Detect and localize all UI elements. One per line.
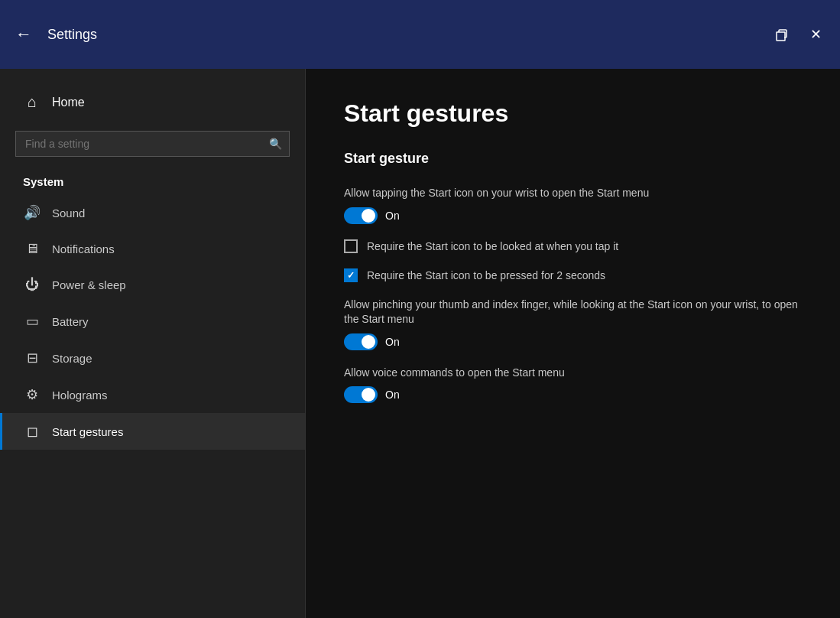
sidebar-item-battery[interactable]: ▭ Battery: [0, 303, 305, 340]
titlebar-controls: ✕: [770, 23, 825, 46]
sidebar-item-label: Battery: [52, 315, 89, 328]
power-icon: ⏻: [23, 277, 41, 293]
search-icon: 🔍: [269, 138, 282, 150]
back-button[interactable]: ←: [15, 26, 32, 43]
sidebar-item-label: Holograms: [52, 389, 108, 402]
setting-description-voice: Allow voice commands to open the Start m…: [344, 366, 802, 381]
setting-look-at: Require the Start icon to be looked at w…: [344, 239, 802, 253]
startgestures-icon: ◻: [23, 423, 41, 440]
sidebar-section-label: System: [0, 168, 305, 194]
sidebar-item-label: Storage: [52, 352, 92, 365]
toggle-knob-pinch: [362, 335, 375, 349]
content-area: Start gestures Start gesture Allow tappi…: [306, 69, 840, 618]
checkbox-label-look: Require the Start icon to be looked at w…: [367, 240, 618, 252]
main-layout: ⌂ Home 🔍 System 🔊 Sound 🖥 Notifications …: [0, 69, 840, 618]
titlebar: ← Settings ✕: [0, 0, 840, 69]
setting-voice-start: Allow voice commands to open the Start m…: [344, 366, 802, 404]
sidebar-item-label: Power & sleep: [52, 278, 126, 291]
sidebar-item-home[interactable]: ⌂ Home: [0, 84, 305, 120]
sidebar-item-power[interactable]: ⏻ Power & sleep: [0, 267, 305, 303]
setting-tap-start: Allow tapping the Start icon on your wri…: [344, 186, 802, 224]
sidebar: ⌂ Home 🔍 System 🔊 Sound 🖥 Notifications …: [0, 69, 306, 618]
search-input[interactable]: [15, 131, 290, 157]
sidebar-item-label: Sound: [52, 207, 85, 220]
toggle-voice-start[interactable]: [344, 386, 378, 403]
setting-description-pinch: Allow pinching your thumb and index fing…: [344, 298, 802, 327]
home-label: Home: [52, 96, 85, 109]
setting-press-2sec: Require the Start icon to be pressed for…: [344, 268, 802, 282]
search-box: 🔍: [15, 131, 290, 157]
setting-description-tap: Allow tapping the Start icon on your wri…: [344, 186, 802, 201]
toggle-label-tap: On: [385, 210, 400, 222]
storage-icon: ⊟: [23, 350, 41, 366]
restore-button[interactable]: [770, 24, 792, 45]
svg-rect-0: [777, 32, 785, 41]
checkbox-row-press: Require the Start icon to be pressed for…: [344, 268, 802, 282]
notifications-icon: 🖥: [23, 241, 41, 257]
checkbox-press-2sec[interactable]: [344, 268, 358, 282]
sidebar-item-label: Start gestures: [52, 425, 123, 438]
section-title: Start gesture: [344, 151, 802, 167]
sidebar-item-sound[interactable]: 🔊 Sound: [0, 194, 305, 231]
home-icon: ⌂: [23, 93, 41, 111]
holograms-icon: ⚙: [23, 386, 41, 403]
toggle-label-voice: On: [385, 389, 400, 401]
toggle-row-voice: On: [344, 386, 802, 403]
checkbox-label-press: Require the Start icon to be pressed for…: [367, 269, 605, 281]
sidebar-item-label: Notifications: [52, 242, 115, 255]
close-button[interactable]: ✕: [807, 23, 825, 46]
sidebar-item-storage[interactable]: ⊟ Storage: [0, 340, 305, 376]
toggle-knob: [362, 209, 375, 223]
checkbox-look-at[interactable]: [344, 239, 358, 253]
toggle-tap-start[interactable]: [344, 207, 378, 224]
toggle-row-pinch: On: [344, 333, 802, 350]
toggle-label-pinch: On: [385, 336, 400, 348]
toggle-knob-voice: [362, 388, 375, 402]
sidebar-item-holograms[interactable]: ⚙ Holograms: [0, 376, 305, 413]
toggle-row-tap: On: [344, 207, 802, 224]
sound-icon: 🔊: [23, 204, 41, 221]
checkbox-row-look: Require the Start icon to be looked at w…: [344, 239, 802, 253]
sidebar-item-notifications[interactable]: 🖥 Notifications: [0, 231, 305, 267]
toggle-pinch-start[interactable]: [344, 333, 378, 350]
setting-pinch-start: Allow pinching your thumb and index fing…: [344, 298, 802, 350]
titlebar-title: Settings: [47, 27, 97, 43]
sidebar-item-startgestures[interactable]: ◻ Start gestures: [0, 413, 305, 450]
battery-icon: ▭: [23, 313, 41, 330]
page-title: Start gestures: [344, 99, 802, 128]
